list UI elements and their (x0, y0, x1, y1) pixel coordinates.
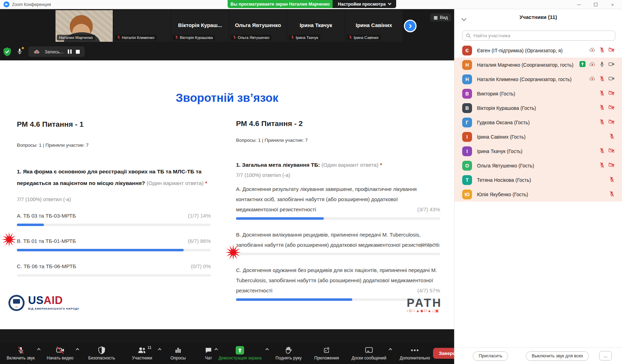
next-participants-button[interactable] (404, 20, 417, 32)
camera-muted-icon[interactable] (608, 47, 615, 54)
starburst-annotation-icon (225, 244, 241, 260)
path-logo: PATH ›⊙∷▲◆//▲□▣ (407, 298, 442, 313)
participant-row[interactable]: Т Тетяна Носікова (Гость) (454, 173, 622, 187)
participant-name: Євген (ІТ-підтримка) (Организатор, я) (477, 48, 584, 53)
zoom-logo-icon (4, 1, 9, 7)
video-tile[interactable]: Вікторія Кураш...Вікторія Курашова (171, 10, 229, 42)
chevron-up-icon[interactable] (265, 348, 269, 352)
more-button[interactable]: Дополнительно (397, 343, 433, 363)
view-settings-label: Настройки просмотра (338, 2, 386, 7)
view-settings-button[interactable]: Настройки просмотра (333, 0, 396, 8)
camera-muted-icon (56, 346, 65, 355)
poll-option: А. ТБ 03 та ТБ-03-МРТБ(1/7) 14% (17, 211, 211, 226)
avatar: Н (462, 74, 472, 84)
participant-row[interactable]: Н Наталія Клименко (Соорганизатор, гость… (454, 72, 622, 86)
stop-recording-button[interactable] (76, 50, 80, 54)
mute-all-button[interactable]: Выключить звук для всех (526, 351, 589, 361)
mic-muted-icon[interactable] (599, 90, 605, 97)
video-tile[interactable]: Ірина ТкачукІрина Ткачук (287, 10, 345, 42)
participant-row[interactable]: О Ольга Явтушенко (Гость) (454, 158, 622, 173)
invite-button[interactable]: Пригласить (473, 351, 508, 361)
maximize-button[interactable] (592, 1, 600, 8)
camera-muted-icon[interactable] (608, 119, 615, 126)
tile-name-label: Наталія Клименко (115, 35, 157, 40)
camera-muted-icon[interactable] (608, 90, 615, 97)
tile-name-label: Ірина Савіних (347, 35, 381, 40)
participant-status-icons (599, 119, 615, 126)
chat-button[interactable]: Чат (202, 343, 215, 363)
pause-recording-button[interactable] (68, 49, 72, 54)
video-tile[interactable]: Ірина СавінихІрина Савіних (345, 10, 402, 42)
chevron-up-icon[interactable] (76, 348, 79, 352)
mic-muted-icon[interactable] (599, 162, 605, 169)
poll-question-text: 1. Яка форма є основною для реєстрації х… (17, 166, 211, 189)
chevron-up-icon[interactable] (389, 348, 392, 352)
participant-row[interactable]: Є Євген (ІТ-підтримка) (Организатор, я) (454, 43, 622, 58)
participant-name: Ірина Савіних (Гость) (477, 134, 604, 140)
video-tile[interactable]: Наталія Клименко (113, 10, 171, 42)
avatar: І (462, 146, 472, 156)
mic-muted-icon[interactable] (599, 76, 605, 83)
mic-muted-icon (175, 35, 178, 40)
search-icon (466, 33, 471, 38)
chevron-up-icon[interactable] (37, 348, 41, 352)
screen-share-banner: Вы просматриваете экран Наталия Марченко (228, 0, 333, 8)
start-video-button[interactable]: Начать видео (44, 343, 77, 363)
participant-status-icons (609, 191, 615, 198)
camera-on-icon[interactable] (608, 76, 615, 82)
participant-row[interactable]: І Ірина Ткачук (Гость) (454, 144, 622, 158)
mic-muted-icon[interactable] (609, 133, 615, 140)
mic-muted-icon[interactable] (609, 191, 615, 198)
tile-participant-name: Вікторія Кураш... (171, 22, 229, 28)
minimize-button[interactable] (575, 1, 583, 8)
whiteboards-button[interactable]: Доски сообщений (348, 343, 389, 363)
search-input[interactable] (473, 33, 611, 38)
mic-alert-dot (22, 47, 24, 49)
participant-name: Юлія Якубенко (Гость) (477, 192, 604, 197)
mic-muted-icon[interactable] (609, 177, 615, 184)
option-bar-track (236, 253, 440, 255)
participant-row[interactable]: В Виктория (Гость) (454, 86, 622, 101)
participant-status-icons (589, 47, 615, 54)
tile-name-label: Наталия Марченко (57, 35, 95, 40)
view-button[interactable]: ▦ Вид (430, 13, 451, 21)
participant-row[interactable]: Ю Юлія Якубенко (Гость) (454, 187, 622, 201)
option-bar-track (236, 217, 440, 220)
video-tile[interactable]: Наталия Марченко (55, 10, 113, 42)
mic-muted-icon[interactable] (599, 148, 605, 155)
raise-hand-button[interactable]: Поднять руку (273, 343, 305, 363)
camera-muted-icon[interactable] (608, 105, 615, 111)
tile-name-label: Вікторія Курашова (173, 35, 215, 40)
close-button[interactable]: × (609, 1, 616, 8)
mic-on-icon[interactable] (599, 61, 605, 68)
share-screen-button[interactable]: Демонстрация экрана (215, 343, 265, 363)
option-score: (0/7) 0% (191, 261, 211, 271)
view-button-label: Вид (440, 15, 448, 20)
apps-button[interactable]: Приложения (311, 343, 342, 363)
participant-row[interactable]: Г Гудкова Оксана (Гость) (454, 115, 622, 130)
participants-icon: 11 (137, 346, 146, 355)
mic-muted-icon[interactable] (599, 119, 605, 126)
mic-muted-icon[interactable] (599, 105, 605, 112)
camera-on-icon[interactable] (608, 61, 615, 68)
chevron-up-icon[interactable] (158, 348, 162, 352)
participants-button[interactable]: 11 Участники (129, 343, 155, 363)
mic-status-icon[interactable] (17, 47, 24, 56)
security-button[interactable]: Безопасность (85, 343, 118, 363)
polls-button[interactable]: Опросы (167, 343, 189, 363)
meeting-status-row: Запись... (3, 46, 85, 57)
mic-muted-icon[interactable] (599, 47, 605, 54)
participant-row[interactable]: І Ірина Савіних (Гость) (454, 130, 622, 144)
participant-row[interactable]: Н Наталия Марченко (Соорганизатор, гость… (454, 58, 622, 72)
camera-muted-icon[interactable] (608, 148, 615, 154)
camera-muted-icon[interactable] (608, 162, 615, 169)
footer-more-button[interactable]: ... (599, 351, 612, 360)
participant-row[interactable]: В Вікторія Курашова (Гость) (454, 101, 622, 115)
participants-footer: Пригласить Выключить звук для всех ... (454, 348, 622, 364)
unmute-button[interactable]: Включить звук (4, 343, 38, 363)
avatar: В (462, 103, 472, 113)
security-shield-icon[interactable] (3, 47, 12, 57)
participant-search[interactable] (462, 31, 615, 41)
video-tile[interactable]: Ольга ЯвтушенкоОльга Явтушенко (229, 10, 287, 42)
participant-status-icons (589, 76, 615, 83)
